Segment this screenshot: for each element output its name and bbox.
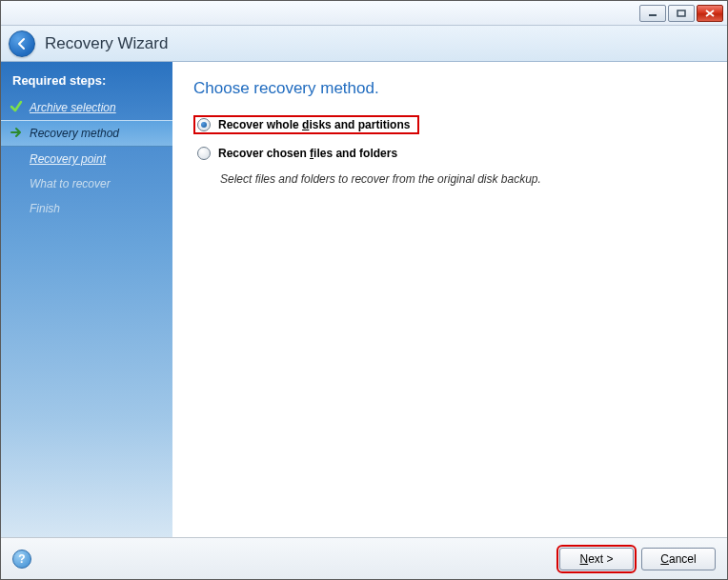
step-finish: Finish xyxy=(1,196,172,221)
help-button[interactable]: ? xyxy=(12,550,31,569)
step-label: Finish xyxy=(30,202,60,215)
maximize-button[interactable] xyxy=(668,5,695,22)
radio-dot-icon xyxy=(201,122,207,128)
svg-rect-0 xyxy=(649,14,657,16)
option-label: Recover whole disks and partitions xyxy=(218,118,410,131)
titlebar xyxy=(1,1,727,26)
step-label: What to recover xyxy=(30,177,111,190)
checkmark-icon xyxy=(10,100,23,113)
page-title: Choose recovery method. xyxy=(193,79,706,98)
steps-sidebar: Required steps: Archive selection Recove… xyxy=(1,62,172,537)
step-label: Archive selection xyxy=(30,101,116,114)
step-recovery-method: Recovery method xyxy=(1,120,172,147)
radio-recover-files[interactable] xyxy=(197,147,211,160)
minimize-button[interactable] xyxy=(639,5,666,22)
wizard-header: Recovery Wizard xyxy=(1,26,727,62)
help-icon: ? xyxy=(18,552,25,566)
main-panel: Choose recovery method. Recover whole di… xyxy=(172,62,727,537)
step-what-to-recover: What to recover xyxy=(1,171,172,196)
wizard-body: Required steps: Archive selection Recove… xyxy=(1,62,727,537)
back-button[interactable] xyxy=(9,30,35,57)
recovery-wizard-window: Recovery Wizard Required steps: Archive … xyxy=(0,0,728,580)
cancel-button[interactable]: Cancel xyxy=(641,548,716,570)
svg-rect-1 xyxy=(677,10,685,16)
wizard-title: Recovery Wizard xyxy=(45,34,168,53)
close-button[interactable] xyxy=(697,5,723,22)
option-label: Recover chosen files and folders xyxy=(218,147,397,160)
next-button[interactable]: Next > xyxy=(559,548,634,570)
radio-recover-disks[interactable] xyxy=(197,118,211,131)
wizard-footer: ? Next > Cancel xyxy=(1,537,727,579)
option-description: Select files and folders to recover from… xyxy=(220,172,706,186)
arrow-right-icon xyxy=(10,126,23,139)
step-label: Recovery method xyxy=(30,127,119,140)
step-label: Recovery point xyxy=(30,152,106,166)
option-recover-files[interactable]: Recover chosen files and folders xyxy=(193,144,401,163)
step-archive-selection[interactable]: Archive selection xyxy=(1,95,172,120)
arrow-left-icon xyxy=(14,36,30,51)
sidebar-heading: Required steps: xyxy=(1,70,172,95)
option-recover-disks[interactable]: Recover whole disks and partitions xyxy=(193,115,419,134)
step-recovery-point[interactable]: Recovery point xyxy=(1,147,172,171)
